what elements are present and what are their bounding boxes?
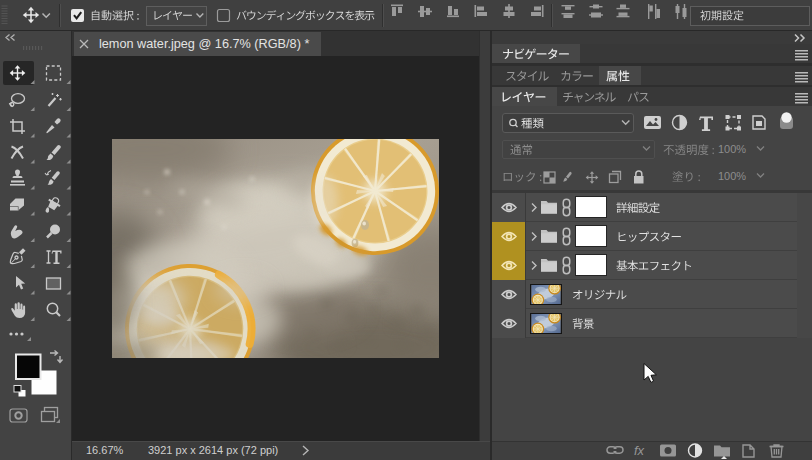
svg-text:fx: fx	[634, 443, 645, 458]
